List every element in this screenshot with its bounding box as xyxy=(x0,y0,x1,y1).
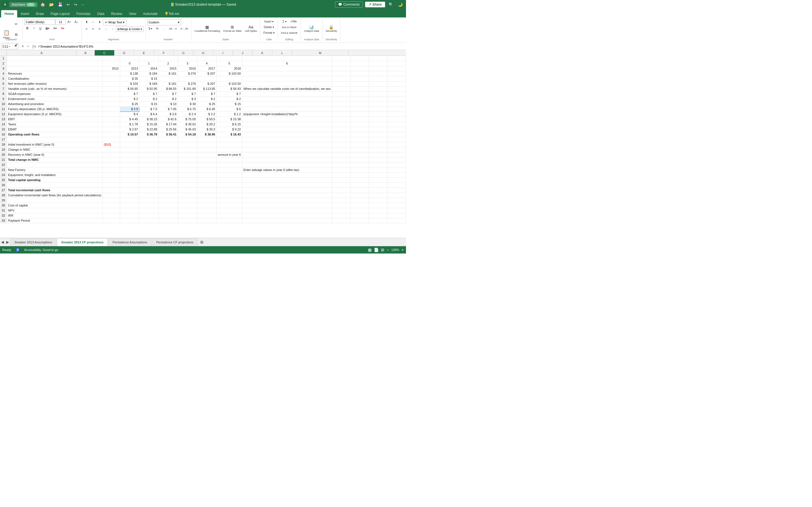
grid-cell[interactable] xyxy=(120,137,139,142)
grid-cell[interactable] xyxy=(177,56,197,61)
grid-cell[interactable]: $ 10.57 xyxy=(120,132,139,137)
grid-cell[interactable] xyxy=(158,198,177,203)
analyze-data-button[interactable]: 📊 Analyze Data xyxy=(303,20,320,37)
grid-cell[interactable] xyxy=(139,172,158,177)
grid-cell[interactable] xyxy=(369,101,388,107)
confirm-formula-button[interactable]: ✓ xyxy=(26,45,30,48)
grid-cell[interactable] xyxy=(350,147,369,152)
grid-cell[interactable]: $ 56.93 xyxy=(216,86,242,91)
grid-cell[interactable] xyxy=(332,81,350,86)
grid-cell[interactable] xyxy=(369,198,388,203)
add-sheet-button[interactable]: ⊕ xyxy=(198,239,205,245)
grid-cell[interactable] xyxy=(388,147,406,152)
grid-cell[interactable] xyxy=(216,187,242,193)
grid-cell[interactable]: $ 20.2 xyxy=(197,122,216,127)
col-header-i[interactable]: I xyxy=(213,50,233,55)
grid-cell[interactable] xyxy=(369,56,388,61)
grid-cell[interactable] xyxy=(369,81,388,86)
grid-cell[interactable] xyxy=(158,203,177,208)
grid-cell[interactable]: (equipment +freight+installation)*depr% xyxy=(242,112,332,117)
grid-cell[interactable] xyxy=(332,147,350,152)
grid-cell[interactable]: Total incremental cash flows xyxy=(7,187,103,193)
grid-cell[interactable] xyxy=(120,142,139,147)
grid-cell[interactable] xyxy=(242,107,332,112)
grid-cell[interactable] xyxy=(350,187,369,193)
col-header-m[interactable]: M xyxy=(292,50,349,55)
grid-cell[interactable] xyxy=(120,208,139,213)
grid-cell[interactable] xyxy=(120,167,139,172)
grid-cell[interactable] xyxy=(388,86,406,91)
grid-cell[interactable]: $ 7 xyxy=(139,91,158,96)
grid-cell[interactable] xyxy=(350,172,369,177)
grid-cell[interactable] xyxy=(197,203,216,208)
grid-cell[interactable] xyxy=(242,218,332,223)
row-number[interactable]: 15 xyxy=(0,127,7,132)
row-number[interactable]: 10 xyxy=(0,101,7,107)
grid-cell[interactable] xyxy=(120,172,139,177)
grid-cell[interactable]: Payback Period xyxy=(7,218,103,223)
grid-cell[interactable] xyxy=(242,198,332,203)
grid-cell[interactable] xyxy=(388,162,406,167)
grid-cell[interactable] xyxy=(103,107,120,112)
zoom-in-icon[interactable]: + xyxy=(402,247,404,252)
grid-cell[interactable]: $ 3.9 xyxy=(120,107,139,112)
grid-cell[interactable] xyxy=(177,172,197,177)
grid-cell[interactable] xyxy=(350,177,369,182)
grid-cell[interactable] xyxy=(388,96,406,101)
grid-cell[interactable]: $ 30.02 xyxy=(177,122,197,127)
grid-cell[interactable]: $ 15 xyxy=(216,101,242,107)
grid-cell[interactable] xyxy=(197,157,216,162)
row-number[interactable]: 21 xyxy=(0,157,7,162)
grid-cell[interactable] xyxy=(242,96,332,101)
grid-cell[interactable] xyxy=(242,162,332,167)
grid-cell[interactable]: Variable costs (calc. as % of net revenu… xyxy=(7,86,103,91)
grid-cell[interactable] xyxy=(158,56,177,61)
grid-cell[interactable] xyxy=(177,76,197,81)
grid-cell[interactable] xyxy=(242,203,332,208)
grid-cell[interactable] xyxy=(120,187,139,193)
grid-cell[interactable] xyxy=(139,208,158,213)
grid-cell[interactable]: 2016 xyxy=(177,66,197,71)
grid-cell[interactable] xyxy=(103,86,120,91)
grid-cell[interactable]: SG&A expenses xyxy=(7,91,103,96)
grid-cell[interactable] xyxy=(103,117,120,122)
grid-cell[interactable] xyxy=(120,157,139,162)
grid-cell[interactable] xyxy=(103,203,120,208)
grid-cell[interactable]: $ 1.2 xyxy=(216,112,242,117)
grid-cell[interactable] xyxy=(177,208,197,213)
grid-cell[interactable]: $ 169 xyxy=(139,81,158,86)
grid-cell[interactable] xyxy=(216,177,242,182)
grid-cell[interactable]: $ 7.05 xyxy=(158,107,177,112)
formula-input[interactable] xyxy=(38,44,405,49)
grid-cell[interactable] xyxy=(242,127,332,132)
grid-cell[interactable] xyxy=(103,208,120,213)
grid-cell[interactable] xyxy=(350,66,369,71)
grid-cell[interactable]: $ 15.38 xyxy=(216,117,242,122)
grid-cell[interactable]: $ 7 xyxy=(216,91,242,96)
grid-cell[interactable] xyxy=(242,147,332,152)
grid-cell[interactable] xyxy=(177,157,197,162)
grid-cell[interactable]: $ 103.50 xyxy=(216,81,242,86)
grid-cell[interactable] xyxy=(350,96,369,101)
grid-cell[interactable] xyxy=(158,193,177,198)
grid-cell[interactable] xyxy=(103,198,120,203)
grid-cell[interactable]: $ 103 xyxy=(120,81,139,86)
minimize-icon[interactable]: 🌙 xyxy=(397,2,404,7)
grid-cell[interactable]: $ 30.3 xyxy=(197,127,216,132)
format-painter-button[interactable]: 🖌 xyxy=(11,40,20,50)
row-number[interactable]: 6 xyxy=(0,81,7,86)
share-button[interactable]: ↗ Share xyxy=(365,2,385,7)
grid-cell[interactable] xyxy=(350,157,369,162)
grid-cell[interactable] xyxy=(216,182,242,187)
grid-cell[interactable]: $ 6.4 xyxy=(139,112,158,117)
grid-cell[interactable]: Total capital spending xyxy=(7,177,103,182)
autosave-toggle[interactable]: ON xyxy=(27,3,35,6)
grid-cell[interactable] xyxy=(177,147,197,152)
grid-cell[interactable] xyxy=(197,193,216,198)
grid-cell[interactable] xyxy=(158,218,177,223)
grid-cell[interactable] xyxy=(139,218,158,223)
grid-cell[interactable] xyxy=(369,71,388,76)
normal-view-icon[interactable]: ▦ xyxy=(368,247,371,252)
grid-cell[interactable] xyxy=(242,76,332,81)
row-number[interactable]: 13 xyxy=(0,117,7,122)
